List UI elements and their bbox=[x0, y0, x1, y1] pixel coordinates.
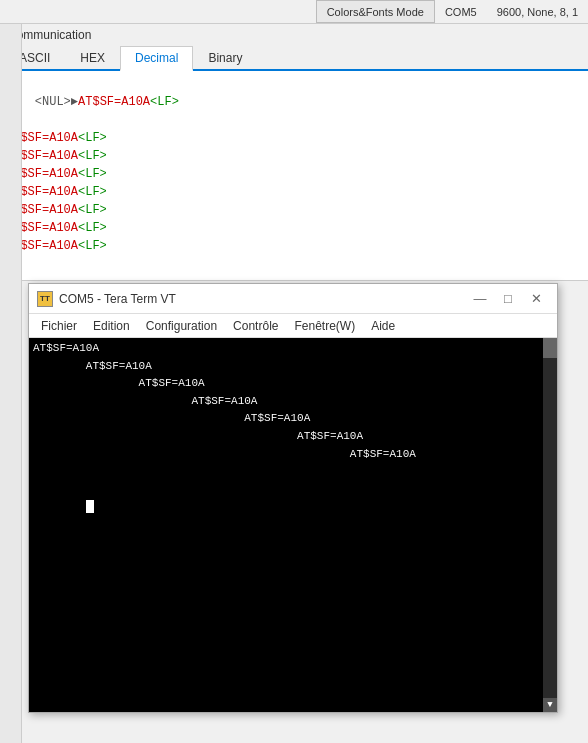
close-button[interactable]: ✕ bbox=[523, 288, 549, 310]
menu-controle[interactable]: Contrôle bbox=[225, 317, 286, 335]
teraterm-menubar: Fichier Edition Configuration Contrôle F… bbox=[29, 314, 557, 338]
mode-indicator: Colors&Fonts Mode bbox=[316, 0, 435, 23]
cursor-block bbox=[86, 500, 94, 513]
mode-label: Colors&Fonts Mode bbox=[327, 6, 424, 18]
teraterm-window: TT COM5 - Tera Term VT — □ ✕ Fichier Edi… bbox=[28, 283, 558, 713]
tt-line: AT$SF=A10A bbox=[33, 358, 539, 376]
teraterm-terminal[interactable]: AT$SF=A10A AT$SF=A10A AT$SF=A10A AT$SF=A… bbox=[29, 338, 557, 712]
com-label: COM5 bbox=[445, 6, 477, 18]
terminal-content: AT$SF=A10A AT$SF=A10A AT$SF=A10A AT$SF=A… bbox=[33, 340, 539, 710]
tab-bar: ASCII HEX Decimal Binary bbox=[0, 46, 588, 71]
serial-monitor[interactable]: <NUL>►AT$SF=A10A<LF> AT$SF=A10A<LF> AT$S… bbox=[0, 71, 588, 281]
monitor-line: AT$SF=A10A<LF> bbox=[6, 219, 582, 237]
top-status-bar: Colors&Fonts Mode COM5 9600, None, 8, 1 bbox=[0, 0, 588, 24]
tt-line: AT$SF=A10A bbox=[33, 393, 539, 411]
menu-fenetre[interactable]: Fenêtre(W) bbox=[286, 317, 363, 335]
tt-line: AT$SF=A10A bbox=[33, 428, 539, 446]
menu-fichier[interactable]: Fichier bbox=[33, 317, 85, 335]
monitor-line: AT$SF=A10A<LF> bbox=[6, 237, 582, 255]
menu-configuration[interactable]: Configuration bbox=[138, 317, 225, 335]
monitor-line: AT$SF=A10A<LF> bbox=[6, 147, 582, 165]
menu-edition[interactable]: Edition bbox=[85, 317, 138, 335]
teraterm-titlebar[interactable]: TT COM5 - Tera Term VT — □ ✕ bbox=[29, 284, 557, 314]
monitor-line: <NUL>►AT$SF=A10A<LF> bbox=[6, 75, 582, 129]
tab-binary[interactable]: Binary bbox=[193, 46, 257, 69]
tab-decimal[interactable]: Decimal bbox=[120, 46, 193, 71]
tab-hex[interactable]: HEX bbox=[65, 46, 120, 69]
communication-label: Communication bbox=[0, 24, 588, 46]
minimize-button[interactable]: — bbox=[467, 288, 493, 310]
terminal-scrollbar[interactable]: ▼ bbox=[543, 338, 557, 712]
teraterm-title: COM5 - Tera Term VT bbox=[59, 292, 465, 306]
tt-line: AT$SF=A10A bbox=[33, 446, 539, 464]
menu-aide[interactable]: Aide bbox=[363, 317, 403, 335]
monitor-line: AT$SF=A10A<LF> bbox=[6, 183, 582, 201]
tt-line: AT$SF=A10A bbox=[33, 375, 539, 393]
monitor-line: AT$SF=A10A<LF> bbox=[6, 129, 582, 147]
scroll-down-button[interactable]: ▼ bbox=[543, 698, 557, 712]
maximize-button[interactable]: □ bbox=[495, 288, 521, 310]
tt-line bbox=[33, 463, 539, 533]
baud-indicator: 9600, None, 8, 1 bbox=[487, 0, 588, 23]
sidebar-strip bbox=[0, 24, 22, 743]
monitor-line: AT$SF=A10A<LF> bbox=[6, 201, 582, 219]
tt-line: AT$SF=A10A bbox=[33, 340, 539, 358]
baud-label: 9600, None, 8, 1 bbox=[497, 6, 578, 18]
teraterm-icon: TT bbox=[37, 291, 53, 307]
monitor-line: AT$SF=A10A<LF> bbox=[6, 165, 582, 183]
scrollbar-thumb[interactable] bbox=[543, 338, 557, 358]
com-port-indicator: COM5 bbox=[435, 0, 487, 23]
tt-line: AT$SF=A10A bbox=[33, 410, 539, 428]
